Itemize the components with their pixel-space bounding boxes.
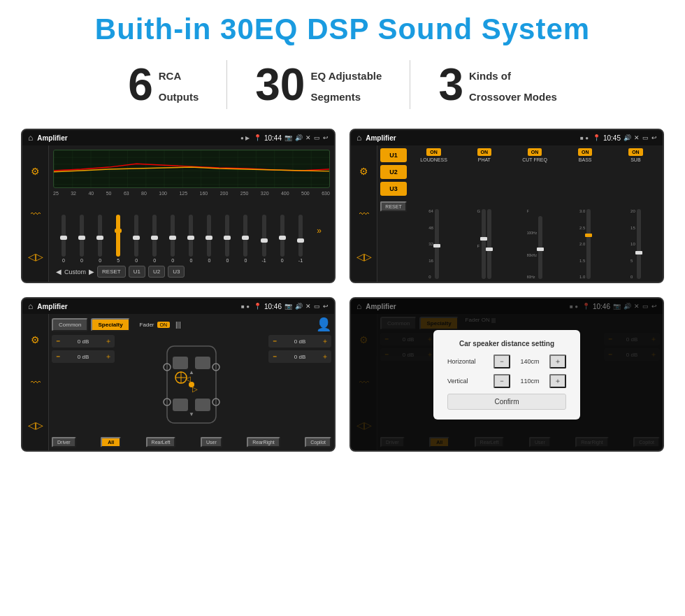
crossover-filter-icon[interactable]: ⚙ bbox=[359, 166, 368, 177]
loudness-slider-area[interactable]: 644832160 bbox=[428, 165, 439, 279]
eq-u2-btn[interactable]: U2 bbox=[148, 266, 165, 278]
vertical-minus-btn[interactable]: － bbox=[493, 374, 510, 388]
eq-slider-10[interactable]: 0 bbox=[225, 215, 229, 263]
eq-slider-3[interactable]: 0 bbox=[98, 215, 102, 263]
eq-prev-btn[interactable]: ◀ bbox=[56, 268, 62, 275]
cutfreq-on-btn[interactable]: ON bbox=[528, 148, 542, 156]
rearright-btn[interactable]: RearRight bbox=[247, 437, 280, 447]
svg-rect-0 bbox=[54, 150, 329, 187]
phat-slider-area[interactable]: GF bbox=[477, 165, 491, 279]
crossover-wave-icon[interactable]: 〰 bbox=[359, 208, 369, 220]
u2-button[interactable]: U2 bbox=[380, 165, 407, 179]
eq-slider-7[interactable]: 0 bbox=[171, 215, 175, 263]
db-row-4: － 0 dB ＋ bbox=[268, 350, 331, 363]
vertical-plus-btn[interactable]: ＋ bbox=[549, 374, 566, 388]
fader-cam-icon: 📷 bbox=[284, 303, 292, 310]
rearleft-btn[interactable]: RearLeft bbox=[146, 437, 176, 447]
fader-close-icon: ✕ bbox=[305, 303, 311, 310]
fader-wave-icon[interactable]: 〰 bbox=[31, 377, 41, 388]
db4-plus-btn[interactable]: ＋ bbox=[322, 352, 329, 361]
db4-minus-btn[interactable]: － bbox=[271, 352, 278, 361]
vertical-value: 110cm bbox=[514, 378, 545, 385]
copilot-btn[interactable]: Copilot bbox=[305, 437, 331, 447]
crossover-reset-btn[interactable]: RESET bbox=[380, 201, 407, 212]
eq-slider-5[interactable]: 0 bbox=[134, 215, 138, 263]
eq-slider-13[interactable]: 0 bbox=[280, 215, 284, 263]
crossover-vol-icon: 🔊 bbox=[623, 134, 631, 141]
eq-status-bar: ⌂ Amplifier ● ▶ 📍 10:44 📷 🔊 ✕ ▭ ↩ bbox=[22, 130, 334, 145]
bass-label: BASS bbox=[579, 157, 592, 162]
eq-status-icons: 📍 10:44 📷 🔊 ✕ ▭ ↩ bbox=[254, 134, 329, 142]
db4-value: 0 dB bbox=[280, 354, 319, 360]
eq-slider-14[interactable]: -1 bbox=[298, 215, 303, 263]
eq-slider-6[interactable]: 0 bbox=[152, 215, 157, 263]
fader-sliders-icon: ||| bbox=[175, 321, 181, 329]
eq-sidebar: ⚙ 〰 ◁▷ bbox=[22, 145, 49, 282]
eq-slider-2[interactable]: 0 bbox=[80, 215, 84, 263]
back-icon[interactable]: ↩ bbox=[323, 134, 329, 141]
page-title: Buith-in 30EQ DSP Sound System bbox=[0, 0, 685, 53]
u3-button[interactable]: U3 bbox=[380, 182, 407, 196]
all-btn[interactable]: All bbox=[101, 437, 121, 447]
db3-minus-btn[interactable]: － bbox=[271, 336, 278, 346]
loudness-on-btn[interactable]: ON bbox=[426, 148, 441, 156]
dialog-screen-card: ⌂ Amplifier ■ ● 📍 10:46 📷 🔊 ✕ ▭ ↩ ⚙ 〰 ◁▷ bbox=[349, 297, 664, 452]
db-row-3: － 0 dB ＋ bbox=[268, 335, 331, 348]
fader-back-icon[interactable]: ↩ bbox=[323, 303, 329, 310]
cutfreq-slider-area[interactable]: F100Hz80kHz60Hz bbox=[527, 165, 542, 279]
stat-rca-line2: Outputs bbox=[159, 83, 199, 104]
fader-filter-icon[interactable]: ⚙ bbox=[31, 334, 40, 345]
u1-button[interactable]: U1 bbox=[380, 148, 407, 162]
eq-u1-btn[interactable]: U1 bbox=[129, 266, 145, 278]
stat-crossover: 3 Kinds of Crossover Modes bbox=[410, 62, 584, 107]
eq-more-arrow[interactable]: » bbox=[317, 226, 322, 236]
stat-crossover-line1: Kinds of bbox=[469, 62, 557, 83]
driver-btn[interactable]: Driver bbox=[52, 437, 76, 447]
db2-plus-btn[interactable]: ＋ bbox=[105, 352, 112, 361]
common-tab[interactable]: Common bbox=[52, 318, 88, 331]
stat-rca-line1: RCA bbox=[159, 62, 199, 83]
fader-time: 10:46 bbox=[264, 303, 282, 310]
fader-vol-icon[interactable]: ◁▷ bbox=[28, 420, 43, 431]
confirm-button[interactable]: Confirm bbox=[447, 394, 566, 410]
crossover-time: 10:45 bbox=[603, 134, 621, 142]
sub-slider-area[interactable]: 20151050 bbox=[630, 165, 641, 279]
svg-rect-5 bbox=[195, 399, 210, 411]
vertical-row: Vertical － 110cm ＋ bbox=[447, 374, 566, 388]
phat-on-btn[interactable]: ON bbox=[477, 148, 492, 156]
cutfreq-label: CUT FREQ bbox=[522, 157, 547, 162]
bass-slider-area[interactable]: 3.02.52.01.51.0 bbox=[579, 165, 591, 279]
specialty-tab[interactable]: Specialty bbox=[91, 318, 129, 331]
eq-slider-9[interactable]: 0 bbox=[207, 215, 211, 263]
crossover-vol-icon[interactable]: ◁▷ bbox=[356, 251, 372, 262]
home-icon[interactable]: ⌂ bbox=[28, 133, 33, 143]
eq-reset-btn[interactable]: RESET bbox=[97, 266, 126, 278]
bass-on-btn[interactable]: ON bbox=[578, 148, 593, 156]
fader-home-icon[interactable]: ⌂ bbox=[28, 301, 33, 311]
horizontal-plus-btn[interactable]: ＋ bbox=[549, 354, 566, 368]
eq-slider-1[interactable]: 0 bbox=[62, 215, 66, 263]
eq-wave-icon[interactable]: 〰 bbox=[31, 208, 41, 220]
user-btn[interactable]: User bbox=[201, 437, 222, 447]
fader-tab-row: Common Specialty Fader ON ||| 👤 bbox=[52, 317, 331, 332]
sub-on-btn[interactable]: ON bbox=[628, 148, 643, 156]
eq-u3-btn[interactable]: U3 bbox=[168, 266, 185, 278]
eq-slider-12[interactable]: -1 bbox=[262, 215, 266, 263]
eq-slider-8[interactable]: 0 bbox=[189, 215, 193, 263]
eq-slider-11[interactable]: 0 bbox=[243, 215, 247, 263]
eq-slider-4[interactable]: 5 bbox=[116, 215, 120, 263]
crossover-back-icon[interactable]: ↩ bbox=[651, 134, 657, 141]
fader-app-name: Amplifier bbox=[37, 303, 237, 310]
db2-minus-btn[interactable]: － bbox=[55, 352, 62, 361]
db1-plus-btn[interactable]: ＋ bbox=[105, 336, 112, 346]
db3-plus-btn[interactable]: ＋ bbox=[322, 336, 329, 346]
eq-filter-icon[interactable]: ⚙ bbox=[31, 166, 40, 177]
db1-minus-btn[interactable]: － bbox=[55, 336, 62, 346]
horizontal-minus-btn[interactable]: － bbox=[493, 354, 510, 368]
crossover-home-icon[interactable]: ⌂ bbox=[356, 133, 361, 143]
eq-vol-icon[interactable]: ◁▷ bbox=[28, 251, 43, 262]
eq-next-btn[interactable]: ▶ bbox=[89, 268, 94, 275]
crossover-main-area: U1 U2 U3 RESET ON LOUDNESS 644832160 bbox=[377, 145, 663, 282]
fader-on-btn[interactable]: ON bbox=[157, 322, 171, 328]
eq-dot-icon: ● ▶ bbox=[240, 135, 250, 141]
